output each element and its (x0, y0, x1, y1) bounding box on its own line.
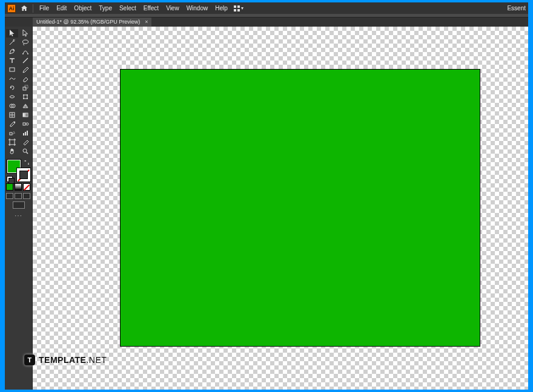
lasso-tool[interactable] (19, 38, 31, 47)
color-mode-row (5, 183, 32, 192)
document-tab[interactable]: Untitled-1* @ 92.35% (RGB/GPU Preview) × (33, 18, 151, 27)
workspace-switcher[interactable]: ▾ (231, 5, 246, 11)
svg-rect-9 (24, 95, 27, 99)
shaper-tool[interactable] (6, 74, 18, 83)
paintbrush-tool[interactable] (19, 65, 31, 74)
symbol-sprayer-tool[interactable] (6, 129, 18, 137)
screen-mode-button[interactable] (13, 201, 25, 209)
blend-tool[interactable] (19, 120, 31, 128)
document-tabs: Untitled-1* @ 92.35% (RGB/GPU Preview) × (5, 18, 528, 27)
svg-point-29 (23, 149, 27, 152)
type-tool[interactable] (6, 56, 18, 65)
svg-point-1 (23, 40, 28, 44)
svg-point-24 (13, 133, 13, 134)
svg-point-23 (14, 132, 15, 133)
hand-tool[interactable] (6, 147, 18, 155)
color-mode-gradient[interactable] (15, 183, 22, 191)
app-icon: Ai (7, 4, 16, 13)
menu-select[interactable]: Select (116, 3, 140, 13)
perspective-grid-tool[interactable] (19, 102, 31, 110)
watermark-text-bold: TEMPLATE (39, 355, 86, 365)
line-segment-tool[interactable] (19, 56, 31, 65)
chevron-down-icon: ▾ (241, 5, 243, 11)
svg-rect-19 (23, 123, 25, 125)
color-mode-none[interactable] (23, 183, 30, 191)
home-icon[interactable] (18, 5, 30, 11)
draw-inside[interactable] (23, 193, 30, 199)
svg-point-0 (14, 39, 15, 40)
width-tool[interactable] (6, 93, 18, 101)
svg-point-11 (27, 94, 28, 96)
svg-rect-21 (10, 132, 12, 135)
menu-type[interactable]: Type (95, 3, 116, 13)
svg-rect-26 (25, 132, 26, 136)
scale-tool[interactable] (19, 83, 31, 92)
column-graph-tool[interactable] (19, 129, 31, 137)
pen-tool[interactable] (6, 47, 18, 56)
artboard-tool[interactable] (6, 138, 18, 146)
document-tab-title: Untitled-1* @ 92.35% (RGB/GPU Preview) (36, 19, 140, 25)
app-frame: Ai File Edit Object Type Select Effect V… (5, 2, 528, 390)
svg-point-20 (26, 123, 28, 125)
close-icon[interactable]: × (145, 19, 148, 25)
draw-behind[interactable] (15, 193, 22, 199)
magic-wand-tool[interactable] (6, 38, 18, 47)
workspace-label[interactable]: Essent (507, 5, 528, 11)
svg-rect-25 (23, 133, 24, 136)
watermark-text-thin: .NET (86, 355, 107, 365)
gradient-tool[interactable] (19, 111, 31, 119)
rectangle-tool[interactable] (6, 65, 18, 74)
menu-object[interactable]: Object (70, 3, 95, 13)
menu-file[interactable]: File (36, 3, 53, 13)
toolbox: ··· (5, 27, 33, 390)
svg-point-2 (13, 50, 14, 51)
svg-line-30 (27, 152, 28, 154)
svg-point-10 (23, 94, 24, 96)
draw-mode-row (5, 192, 32, 200)
zoom-tool[interactable] (19, 147, 31, 155)
draw-normal[interactable] (6, 193, 13, 199)
svg-rect-28 (10, 140, 15, 145)
svg-rect-6 (10, 68, 15, 71)
watermark-logo: T (24, 354, 35, 365)
menubar: Ai File Edit Object Type Select Effect V… (5, 2, 528, 14)
svg-line-5 (23, 58, 28, 63)
direct-selection-tool[interactable] (19, 29, 31, 38)
swap-fill-stroke-icon[interactable] (23, 159, 30, 166)
menu-view[interactable]: View (162, 3, 183, 13)
menu-window[interactable]: Window (183, 3, 212, 13)
default-fill-stroke-icon[interactable] (7, 176, 13, 182)
slice-tool[interactable] (19, 138, 31, 146)
canvas-area[interactable] (33, 27, 528, 390)
stroke-swatch[interactable] (16, 168, 31, 182)
selection-tool[interactable] (6, 29, 18, 38)
svg-point-12 (23, 98, 24, 99)
eraser-tool[interactable] (19, 74, 31, 83)
fill-stroke-swatches[interactable] (7, 159, 31, 182)
menu-effect[interactable]: Effect (140, 3, 162, 13)
svg-point-4 (27, 53, 28, 54)
curvature-tool[interactable] (19, 47, 31, 56)
shape-builder-tool[interactable] (6, 102, 18, 110)
menu-help[interactable]: Help (211, 3, 231, 13)
svg-rect-17 (23, 113, 28, 117)
svg-point-18 (14, 122, 15, 123)
svg-point-3 (22, 53, 24, 54)
artboard-rectangle[interactable] (120, 69, 480, 347)
separator (33, 4, 33, 13)
svg-point-22 (13, 131, 14, 132)
grid-icon (234, 5, 240, 11)
eyedropper-tool[interactable] (6, 120, 18, 128)
rotate-tool[interactable] (6, 83, 18, 92)
svg-rect-27 (27, 131, 28, 136)
mesh-tool[interactable] (6, 111, 18, 119)
edit-toolbar-icon[interactable]: ··· (5, 210, 32, 220)
menu-edit[interactable]: Edit (53, 3, 70, 13)
free-transform-tool[interactable] (19, 93, 31, 101)
color-mode-solid[interactable] (6, 183, 13, 191)
svg-point-13 (27, 98, 28, 99)
watermark: T TEMPLATE.NET (24, 354, 107, 365)
